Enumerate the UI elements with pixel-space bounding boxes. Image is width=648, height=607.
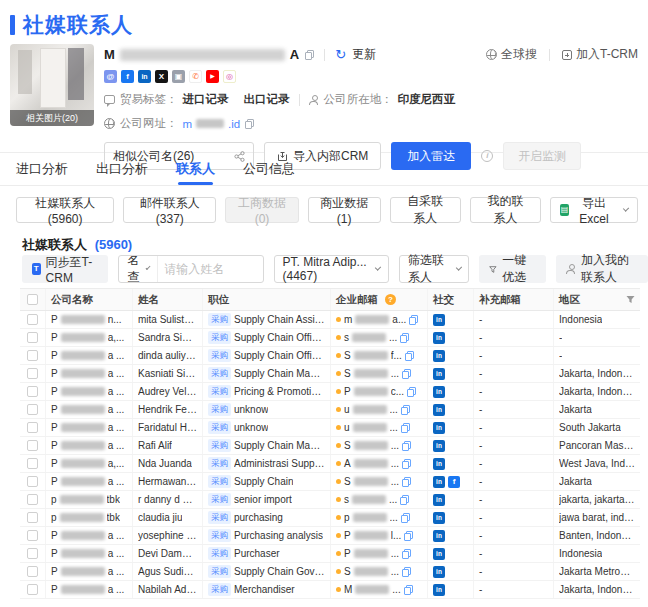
linkedin-icon[interactable]: in <box>138 70 151 83</box>
quick-select-button[interactable]: 一键优选 <box>479 255 546 283</box>
row-checkbox[interactable] <box>27 566 38 577</box>
copy-email-icon[interactable] <box>402 369 411 379</box>
linkedin-icon[interactable]: in <box>433 440 445 452</box>
linkedin-icon[interactable]: in <box>433 314 445 326</box>
copy-email-icon[interactable] <box>401 423 410 433</box>
table-row: Pn...mita Sulistyandari采购Supply Chain As… <box>20 311 640 329</box>
row-checkbox[interactable] <box>27 530 38 541</box>
blog-icon[interactable]: @ <box>104 70 117 83</box>
enable-monitor-button: 开启监测 <box>503 142 581 170</box>
filter-contacts-select[interactable]: 筛选联系人 <box>399 255 469 283</box>
website-link[interactable]: m .id <box>183 118 241 130</box>
excel-icon: ▤ <box>560 204 569 216</box>
copy-email-icon[interactable] <box>404 531 413 541</box>
linkedin-icon[interactable]: in <box>433 350 445 362</box>
linkedin-icon[interactable]: in <box>433 530 445 542</box>
source-button-0[interactable]: 社媒联系人(5960) <box>16 197 114 223</box>
tab-3[interactable]: 公司信息 <box>243 153 295 185</box>
copy-email-icon[interactable] <box>405 351 414 361</box>
row-checkbox[interactable] <box>27 386 38 397</box>
copy-email-icon[interactable] <box>402 567 411 577</box>
copy-icon[interactable] <box>305 50 314 60</box>
facebook-icon[interactable]: f <box>448 476 460 488</box>
company-photo[interactable]: 相关图片(20) <box>10 44 94 126</box>
linkedin-icon[interactable]: in <box>433 404 445 416</box>
info-icon[interactable] <box>481 150 493 162</box>
copy-email-icon[interactable] <box>402 477 411 487</box>
join-tcrm-link[interactable]: 加入T-CRM <box>562 46 638 63</box>
linkedin-icon[interactable]: in <box>433 368 445 380</box>
add-to-my-contacts-button[interactable]: 加入我的联系人 <box>556 255 648 283</box>
row-checkbox[interactable] <box>27 440 38 451</box>
email-status-dot <box>336 569 341 574</box>
copy-email-icon[interactable] <box>402 459 411 469</box>
copy-email-icon[interactable] <box>401 405 410 415</box>
facebook-icon[interactable]: f <box>121 70 134 83</box>
tab-0[interactable]: 进口分析 <box>16 153 68 185</box>
select-all-checkbox[interactable] <box>27 294 38 305</box>
row-checkbox[interactable] <box>27 512 38 523</box>
export-excel-button[interactable]: ▤ 导出 Excel <box>550 197 638 223</box>
social-cell: in <box>428 527 474 544</box>
phone-icon[interactable]: ✆ <box>189 70 202 83</box>
row-checkbox[interactable] <box>27 314 38 325</box>
refresh-label[interactable]: 更新 <box>352 46 376 63</box>
row-checkbox[interactable] <box>27 368 38 379</box>
row-checkbox[interactable] <box>27 548 38 559</box>
add-radar-button[interactable]: 加入雷达 <box>391 142 471 170</box>
linkedin-icon[interactable]: in <box>433 584 445 596</box>
source-button-4[interactable]: 自采联系人 <box>390 197 461 223</box>
contact-name: r danny d nurpat... <box>138 494 197 505</box>
row-checkbox[interactable] <box>27 350 38 361</box>
copy-email-icon[interactable] <box>407 387 416 397</box>
instagram-icon[interactable]: ◎ <box>223 70 236 83</box>
email-status-dot <box>336 443 341 448</box>
filter-funnel-icon[interactable] <box>626 295 635 304</box>
linkedin-icon[interactable]: in <box>433 332 445 344</box>
row-checkbox[interactable] <box>27 476 38 487</box>
global-search-link[interactable]: 全球搜 <box>486 46 537 63</box>
row-checkbox[interactable] <box>27 404 38 415</box>
name-search-input[interactable] <box>158 262 262 276</box>
linkedin-icon[interactable]: in <box>433 422 445 434</box>
copy-email-icon[interactable] <box>402 549 411 559</box>
linkedin-icon[interactable]: in <box>433 476 445 488</box>
tab-1[interactable]: 出口分析 <box>96 153 148 185</box>
copy-email-icon[interactable] <box>400 495 409 505</box>
tab-2[interactable]: 联系人 <box>176 153 215 185</box>
company-prefix: P <box>51 350 58 361</box>
linkedin-icon[interactable]: in <box>433 512 445 524</box>
source-button-3[interactable]: 商业数据(1) <box>308 197 381 223</box>
refresh-icon[interactable]: ↻ <box>335 49 346 61</box>
name-cell: Faridatul Hidzroh <box>133 419 203 436</box>
copy-email-icon[interactable] <box>404 585 413 595</box>
sync-tcrm-button[interactable]: T 同步至T-CRM <box>22 255 108 283</box>
name-query-select[interactable]: 姓名查询 <box>119 256 158 282</box>
row-checkbox[interactable] <box>27 584 38 595</box>
copy-website-icon[interactable] <box>245 119 254 129</box>
linkedin-icon[interactable]: in <box>433 458 445 470</box>
source-button-1[interactable]: 邮件联系人(337) <box>123 197 216 223</box>
x-twitter-icon[interactable]: X <box>155 70 168 83</box>
job-title: unknow <box>234 404 268 415</box>
copy-email-icon[interactable] <box>400 333 409 343</box>
brand-gray-icon[interactable]: ▣ <box>172 70 185 83</box>
row-checkbox[interactable] <box>27 458 38 469</box>
copy-email-icon[interactable] <box>409 315 418 325</box>
company-filter-select[interactable]: PT. Mitra Adip... (4467) <box>274 255 390 283</box>
copy-email-icon[interactable] <box>402 441 411 451</box>
linkedin-icon[interactable]: in <box>433 386 445 398</box>
source-button-5[interactable]: 我的联系人 <box>470 197 541 223</box>
row-checkbox[interactable] <box>27 494 38 505</box>
linkedin-icon[interactable]: in <box>433 566 445 578</box>
linkedin-icon[interactable]: in <box>433 548 445 560</box>
email-suffix: ... <box>391 476 399 487</box>
title-cell: 采购Merchandiser <box>203 581 331 598</box>
help-icon[interactable]: ? <box>385 294 396 305</box>
copy-email-icon[interactable] <box>401 513 410 523</box>
row-checkbox[interactable] <box>27 332 38 343</box>
linkedin-icon[interactable]: in <box>433 494 445 506</box>
youtube-icon[interactable]: ▶ <box>206 70 219 83</box>
region: jakarta, jakarta r... <box>559 494 635 505</box>
row-checkbox[interactable] <box>27 422 38 433</box>
